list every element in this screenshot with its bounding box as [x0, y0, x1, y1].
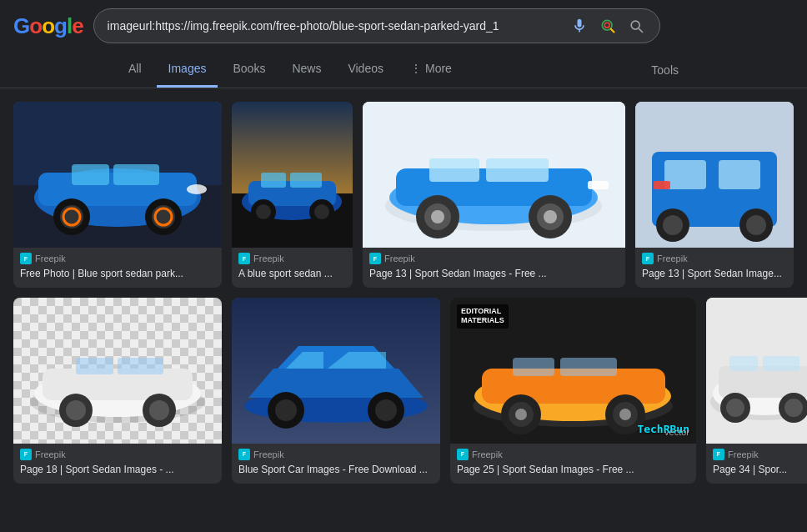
logo-letter-g2: g — [54, 13, 67, 39]
mic-button[interactable] — [569, 16, 589, 36]
tab-images[interactable]: Images — [157, 52, 218, 88]
svg-point-37 — [544, 210, 557, 223]
car-image-r2c1 — [13, 298, 222, 444]
search-nav: All Images Books News Videos ⋮ More Tool… — [0, 52, 807, 88]
tab-tools[interactable]: Tools — [639, 53, 690, 87]
svg-point-1 — [604, 23, 609, 28]
svg-point-34 — [431, 210, 444, 223]
card-source-r2c2: F Freepik — [238, 449, 434, 460]
source-label-r2c1: Freepik — [35, 449, 66, 459]
image-results: F Freepik Free Photo | Blue sport sedan … — [0, 88, 807, 497]
more-dots-icon: ⋮ — [410, 62, 422, 75]
svg-rect-38 — [588, 181, 609, 189]
svg-point-69 — [275, 399, 297, 421]
car-image-r1c2 — [232, 102, 353, 248]
card-source-r1c2: F Freepik — [238, 253, 346, 264]
card-info-r2c4: F Freepik Page 34 | Spor... — [706, 444, 807, 484]
more-label: More — [425, 62, 452, 75]
image-card-r2c4[interactable]: F Freepik Page 34 | Spor... — [706, 298, 807, 484]
card-source-r2c4: F Freepik — [713, 449, 807, 460]
card-title-r2c4: Page 34 | Spor... — [713, 463, 807, 477]
card-source-r1c4: F Freepik — [642, 253, 787, 264]
car-image-r2c4 — [706, 298, 807, 444]
car-image-r2c2 — [232, 298, 440, 444]
source-favicon-r1c4: F — [642, 253, 654, 264]
svg-rect-8 — [113, 164, 159, 185]
source-favicon-r2c1: F — [20, 449, 32, 460]
image-row-2: F Freepik Page 18 | Sport Sedan Images -… — [13, 298, 807, 484]
svg-rect-30 — [429, 158, 479, 182]
svg-point-93 — [784, 399, 803, 417]
svg-marker-64 — [248, 369, 424, 398]
svg-point-25 — [314, 204, 329, 219]
car-image-r1c3 — [363, 102, 625, 248]
card-info-r1c2: F Freepik A blue sport sedan ... — [232, 248, 353, 288]
card-title-r1c4: Page 13 | Sport Sedan Image... — [642, 267, 787, 281]
svg-point-80 — [515, 409, 527, 420]
source-favicon-r2c4: F — [713, 449, 724, 460]
image-card-r2c2[interactable]: F Freepik Blue Sport Car Images - Free D… — [232, 298, 440, 484]
card-info-r2c3: F Freepik Page 25 | Sport Sedan Images -… — [450, 444, 696, 484]
card-title-r1c2: A blue sport sedan ... — [238, 267, 346, 281]
svg-rect-31 — [486, 158, 549, 182]
tab-more[interactable]: ⋮ More — [398, 52, 464, 88]
tab-books[interactable]: Books — [221, 52, 277, 88]
image-card-r1c4[interactable]: F Freepik Page 13 | Sport Sedan Image... — [635, 102, 794, 288]
card-info-r2c1: F Freepik Page 18 | Sport Sedan Images -… — [13, 444, 222, 484]
svg-rect-76 — [513, 358, 554, 376]
source-favicon-r2c2: F — [238, 449, 250, 460]
svg-point-23 — [256, 204, 271, 219]
search-input[interactable]: imageurl:https://img.freepik.com/free-ph… — [108, 19, 563, 33]
card-info-r1c3: F Freepik Page 13 | Sport Sedan Images -… — [363, 248, 625, 288]
editorial-badge: EDITORIAL MATERIALS — [457, 304, 509, 329]
tab-all[interactable]: All — [117, 52, 153, 88]
source-label-r1c1: Freepik — [35, 253, 66, 263]
card-info-r1c4: F Freepik Page 13 | Sport Sedan Image... — [635, 248, 794, 288]
search-icon — [628, 18, 644, 34]
car-image-r1c4 — [635, 102, 794, 248]
image-card-r2c3[interactable]: EDITORIAL MATERIALS TechRBun vector F Fr… — [450, 298, 696, 484]
card-title-r2c2: Blue Sport Car Images - Free Download ..… — [238, 463, 434, 477]
svg-point-71 — [375, 399, 397, 421]
image-card-r1c1[interactable]: F Freepik Free Photo | Blue sport sedan … — [13, 102, 222, 288]
source-label-r1c4: Freepik — [657, 253, 688, 263]
tab-videos[interactable]: Videos — [336, 52, 395, 88]
card-title-r2c1: Page 18 | Sport Sedan Images - ... — [20, 463, 215, 477]
svg-rect-21 — [290, 173, 322, 188]
source-favicon-r1c3: F — [369, 253, 381, 264]
source-favicon-r1c2: F — [238, 253, 250, 264]
source-favicon-r1c1: F — [20, 253, 32, 264]
tab-news[interactable]: News — [280, 52, 333, 88]
lens-icon — [599, 18, 616, 34]
search-icon-group — [569, 16, 646, 36]
lens-button[interactable] — [598, 16, 618, 36]
logo-letter-o1: o — [29, 13, 42, 39]
svg-point-83 — [619, 409, 631, 420]
logo-letter-o2: o — [42, 13, 54, 39]
image-card-r2c1[interactable]: F Freepik Page 18 | Sport Sedan Images -… — [13, 298, 222, 484]
vector-badge: vector — [664, 427, 689, 437]
svg-rect-20 — [261, 173, 286, 188]
search-bar[interactable]: imageurl:https://img.freepik.com/free-ph… — [93, 8, 660, 43]
svg-point-91 — [726, 399, 744, 417]
source-label-r2c3: Freepik — [472, 449, 503, 459]
logo-letter-g1: G — [13, 13, 29, 39]
svg-point-61 — [149, 400, 169, 420]
google-logo: Google — [13, 13, 83, 39]
car-image-r1c1 — [13, 102, 222, 248]
image-card-r1c2[interactable]: F Freepik A blue sport sedan ... — [232, 102, 353, 288]
card-source-r2c3: F Freepik — [457, 449, 689, 460]
svg-point-45 — [663, 215, 683, 235]
source-label-r2c2: Freepik — [253, 449, 284, 459]
svg-rect-55 — [43, 369, 193, 400]
search-button[interactable] — [626, 16, 646, 36]
svg-point-15 — [187, 184, 207, 194]
source-label-r2c4: Freepik — [728, 449, 759, 459]
header: Google imageurl:https://img.freepik.com/… — [0, 0, 807, 52]
card-source-r1c1: F Freepik — [20, 253, 215, 264]
source-label-r1c3: Freepik — [384, 253, 415, 263]
mic-icon — [571, 18, 588, 34]
card-info-r1c1: F Freepik Free Photo | Blue sport sedan … — [13, 248, 222, 288]
image-card-r1c3[interactable]: F Freepik Page 13 | Sport Sedan Images -… — [363, 102, 625, 288]
logo-letter-e: e — [72, 13, 83, 39]
